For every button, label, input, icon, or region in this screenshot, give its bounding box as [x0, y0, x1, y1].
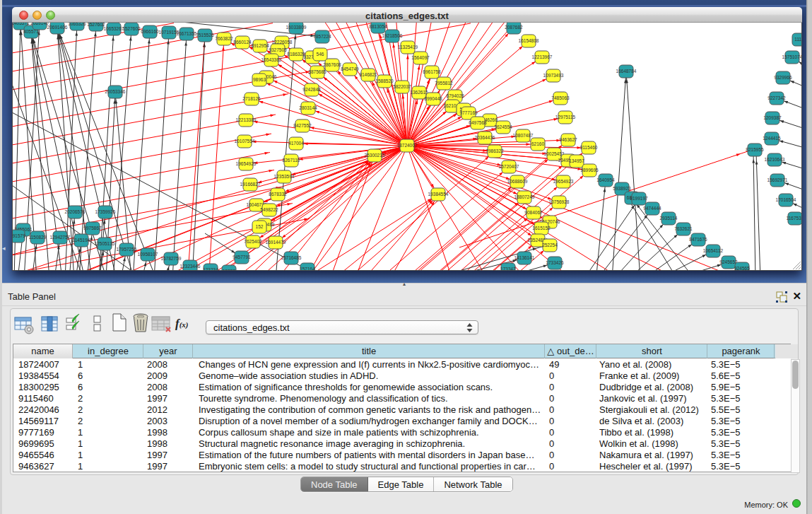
svg-text:1117: 1117: [794, 37, 802, 42]
svg-text:12323446: 12323446: [180, 264, 201, 269]
svg-text:18807249: 18807249: [514, 194, 535, 199]
svg-text:14136141: 14136141: [514, 255, 535, 260]
svg-text:15716485: 15716485: [281, 255, 302, 260]
svg-text:6794028: 6794028: [446, 93, 464, 98]
svg-text:2935114: 2935114: [660, 216, 678, 221]
svg-text:7485063: 7485063: [551, 95, 570, 100]
svg-text:546: 546: [317, 52, 324, 57]
svg-text:16782759: 16782759: [161, 256, 182, 261]
svg-text:15720407: 15720407: [499, 164, 519, 169]
svg-text:16914479: 16914479: [266, 240, 286, 245]
svg-text:16154808: 16154808: [519, 38, 539, 43]
svg-text:1527602: 1527602: [122, 26, 141, 31]
svg-text:12353594: 12353594: [274, 174, 295, 179]
svg-text:9115460: 9115460: [580, 145, 598, 150]
svg-text:6961758: 6961758: [423, 69, 441, 74]
svg-text:12942757: 12942757: [50, 235, 71, 240]
svg-text:1209387: 1209387: [763, 115, 782, 120]
svg-text:8990448: 8990448: [424, 96, 442, 101]
svg-text:17359926: 17359926: [95, 209, 116, 214]
svg-text:9329966: 9329966: [774, 75, 792, 80]
svg-text:17957255: 17957255: [117, 247, 137, 252]
svg-text:10807487: 10807487: [513, 133, 534, 138]
svg-text:1564097: 1564097: [411, 55, 430, 60]
svg-text:20053346: 20053346: [105, 89, 126, 94]
svg-text:9327505: 9327505: [269, 47, 287, 52]
svg-text:9084067: 9084067: [524, 210, 543, 215]
svg-text:7632621: 7632621: [674, 226, 693, 231]
svg-text:9474444: 9474444: [643, 206, 661, 211]
svg-text:1733426: 1733426: [546, 260, 564, 265]
svg-text:1244415: 1244415: [763, 136, 781, 141]
svg-text:3875685: 3875685: [308, 69, 326, 74]
svg-text:5938923: 5938923: [613, 186, 631, 191]
svg-text:1362615: 1362615: [410, 90, 428, 95]
svg-text:8454749: 8454749: [341, 66, 359, 71]
svg-text:8427552: 8427552: [293, 123, 312, 128]
svg-text:9199197: 9199197: [630, 196, 648, 201]
svg-text:19654925: 19654925: [236, 161, 257, 166]
svg-text:25300215: 25300215: [365, 153, 385, 158]
svg-text:20206576: 20206576: [65, 209, 86, 214]
svg-text:20364436: 20364436: [475, 135, 495, 140]
svg-text:8912954: 8912954: [251, 43, 269, 48]
svg-text:10654112: 10654112: [703, 248, 724, 253]
svg-text:2087682: 2087682: [505, 25, 523, 30]
svg-text:20691406: 20691406: [47, 25, 68, 30]
svg-text:8813054: 8813054: [369, 24, 387, 29]
svg-text:1150829: 1150829: [29, 235, 47, 240]
svg-text:8186328: 8186328: [287, 52, 305, 57]
svg-text:9975867: 9975867: [83, 226, 102, 230]
svg-text:2867608: 2867608: [323, 62, 341, 67]
svg-text:9777169: 9777169: [459, 110, 478, 115]
svg-text:10973493: 10973493: [543, 73, 564, 78]
svg-text:1588520: 1588520: [375, 78, 394, 83]
svg-text:8471676: 8471676: [689, 237, 707, 242]
svg-text:9227342: 9227342: [767, 95, 786, 100]
svg-text:12213389: 12213389: [236, 117, 257, 122]
svg-text:9242848: 9242848: [302, 87, 321, 92]
svg-text:134957: 134957: [569, 158, 584, 163]
svg-text:9899695: 9899695: [580, 168, 599, 173]
svg-text:16033809: 16033809: [286, 25, 307, 30]
svg-text:5822037: 5822037: [393, 84, 411, 89]
svg-text:3624554: 3624554: [494, 124, 512, 129]
svg-text:11325419: 11325419: [398, 45, 418, 49]
svg-text:18724007: 18724007: [397, 143, 418, 148]
svg-text:6966160: 6966160: [141, 29, 159, 34]
svg-text:7955812: 7955812: [435, 81, 453, 86]
svg-text:5498222: 5498222: [260, 207, 278, 212]
svg-text:7625402: 7625402: [244, 239, 262, 244]
svg-text:12213967: 12213967: [532, 54, 553, 59]
svg-text:391579: 391579: [12, 233, 25, 238]
svg-text:12975115: 12975115: [555, 115, 576, 119]
svg-text:19166827: 19166827: [240, 182, 261, 187]
svg-text:10653267: 10653267: [104, 26, 124, 31]
svg-text:62160: 62160: [531, 141, 544, 146]
svg-text:8678332: 8678332: [269, 192, 287, 197]
svg-text:98963: 98963: [253, 77, 266, 82]
svg-text:15751074: 15751074: [782, 54, 802, 59]
svg-text:16648784: 16648784: [616, 69, 637, 74]
svg-text:1640954: 1640954: [596, 177, 615, 182]
svg-text:1167533: 1167533: [787, 216, 802, 221]
svg-text:8215955: 8215955: [746, 147, 764, 152]
svg-text:2803144: 2803144: [299, 105, 317, 110]
svg-text:8267110: 8267110: [283, 158, 300, 163]
svg-text:6497568: 6497568: [469, 120, 487, 125]
svg-text:1615152: 1615152: [532, 226, 551, 230]
svg-text:9463627: 9463627: [559, 137, 577, 142]
svg-text:12505135: 12505135: [95, 241, 115, 246]
svg-text:2069140: 2069140: [30, 23, 49, 25]
svg-text:1065326: 1065326: [68, 23, 86, 26]
svg-text:252254: 252254: [542, 243, 558, 247]
svg-text:1145194: 1145194: [73, 238, 90, 243]
svg-text:17016504: 17016504: [776, 197, 796, 202]
svg-text:16671355: 16671355: [177, 31, 197, 36]
svg-text:7515526: 7515526: [196, 33, 214, 37]
svg-text:10756928: 10756928: [549, 199, 570, 204]
svg-text:924565: 924565: [734, 266, 750, 271]
svg-text:152: 152: [256, 224, 264, 229]
svg-text:1527602: 1527602: [87, 23, 105, 27]
svg-text:9146821: 9146821: [359, 72, 377, 77]
